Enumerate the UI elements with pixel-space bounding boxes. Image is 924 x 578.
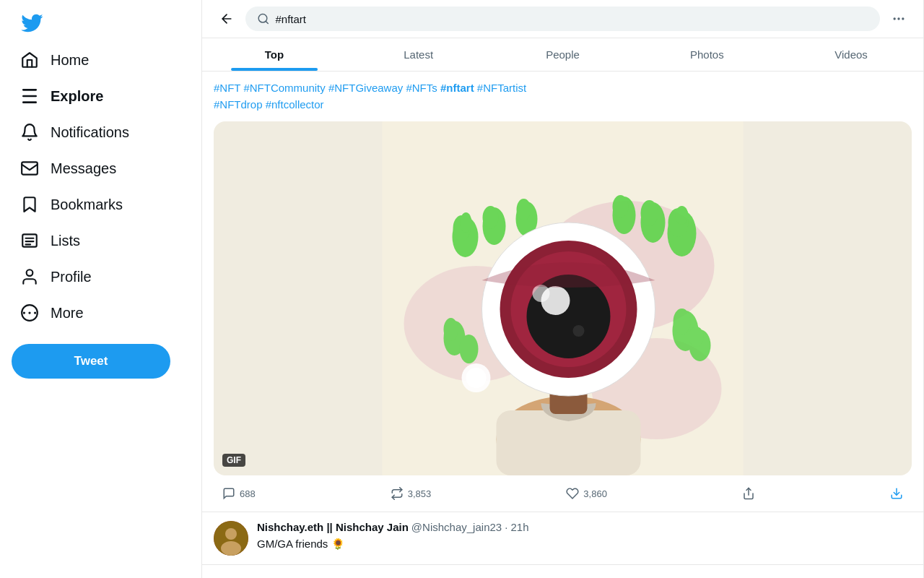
tweet-card-1: #NFT #NFTCommunity #NFTGiveaway #NFTs #n… [202,72,923,512]
search-bar[interactable] [245,7,880,31]
download-button[interactable] [884,484,909,503]
svg-point-26 [483,206,499,229]
tab-people[interactable]: People [491,38,635,71]
more-label: More [51,305,84,322]
more-options-button[interactable] [886,6,912,32]
svg-point-39 [689,327,704,347]
svg-point-44 [466,368,487,388]
tweet-meta: Nishchay.eth || Nishchay Jain @Nishchay_… [257,521,912,533]
svg-point-53 [533,285,550,302]
sidebar-item-bookmarks[interactable]: Bookmarks [12,188,190,221]
retweet-icon [391,487,404,500]
svg-point-8 [27,269,33,276]
share-button[interactable] [736,484,761,503]
notifications-label: Notifications [51,124,129,141]
svg-point-17 [902,17,904,20]
svg-point-42 [460,335,479,363]
sidebar-item-messages[interactable]: Messages [12,152,190,185]
sidebar-item-explore[interactable]: Explore [12,79,190,113]
like-button[interactable]: 3,860 [560,484,613,503]
comment-icon [222,487,235,500]
nft-art-svg [214,121,912,475]
lists-label: Lists [51,233,80,249]
profile-label: Profile [51,269,92,285]
tweet-author: Nishchay.eth || Nishchay Jain [257,521,409,533]
retweet-button[interactable]: 3,853 [385,484,437,503]
tweet-hashtags: #NFT #NFTCommunity #NFTGiveaway #NFTs #n… [214,80,912,113]
avatar[interactable] [214,521,248,556]
svg-point-37 [674,309,691,335]
tab-top[interactable]: Top [202,38,346,71]
tab-videos[interactable]: Videos [779,38,923,71]
svg-point-41 [444,318,458,341]
svg-point-15 [894,17,896,20]
svg-point-11 [34,311,36,314]
svg-point-58 [225,528,237,540]
more-dots-icon [892,12,906,26]
home-icon [20,51,39,69]
tweet-handle: @Nishchay_jain23 [411,521,502,533]
share-icon [742,487,755,500]
more-icon [20,303,39,322]
sidebar-item-more[interactable]: More [12,296,190,329]
search-header [202,0,923,38]
sidebar: Home Explore Notifications [0,0,202,578]
twitter-bird-icon [20,12,43,35]
comment-button[interactable]: 688 [217,484,261,503]
search-input[interactable] [275,13,868,25]
messages-icon [20,159,39,178]
heart-icon [566,487,579,500]
twitter-logo[interactable] [12,6,190,40]
search-tabs: Top Latest People Photos Videos [202,38,923,72]
svg-point-28 [517,199,531,220]
tweet-content: Nishchay.eth || Nishchay Jain @Nishchay_… [257,521,912,556]
sidebar-item-home[interactable]: Home [12,43,190,77]
search-icon [257,12,269,25]
tweet-button[interactable]: Tweet [12,344,170,379]
tweet-time: · 21h [505,521,528,533]
bell-icon [20,123,39,142]
svg-point-35 [676,206,689,225]
svg-point-59 [221,541,241,556]
sidebar-item-lists[interactable]: Lists [12,224,190,257]
tab-latest[interactable]: Latest [346,38,491,71]
svg-line-14 [266,21,268,23]
explore-icon [20,87,39,105]
tweet-text: GM/GA friends 🌻 [257,536,912,551]
avatar-image [214,521,248,556]
gif-badge: GIF [222,454,245,467]
tweet-card-2: Nishchay.eth || Nishchay Jain @Nishchay_… [202,512,923,565]
home-label: Home [51,52,89,69]
svg-point-10 [28,311,30,314]
explore-label: Explore [51,88,103,105]
svg-rect-3 [22,162,38,174]
svg-point-32 [641,200,658,226]
bookmark-icon [20,195,39,214]
tweet-image: GIF [214,121,912,475]
back-button[interactable] [214,6,240,32]
bookmarks-label: Bookmarks [51,197,123,213]
sidebar-item-notifications[interactable]: Notifications [12,116,190,149]
download-icon [890,487,903,500]
sidebar-nav: Home Explore Notifications [12,43,190,332]
profile-icon [20,267,39,286]
tweet-feed: #NFT #NFTCommunity #NFTGiveaway #NFTs #n… [202,72,923,578]
messages-label: Messages [51,160,116,177]
svg-point-24 [461,212,472,233]
svg-point-16 [897,17,899,20]
lists-icon [20,231,39,250]
tab-photos[interactable]: Photos [635,38,779,71]
svg-point-9 [23,311,25,314]
sidebar-item-profile[interactable]: Profile [12,260,190,293]
back-arrow-icon [219,12,234,26]
main-content: Top Latest People Photos Videos #NFT #NF… [202,0,924,578]
tweet-actions: 688 3,853 3,860 [214,484,912,503]
svg-point-30 [613,195,629,218]
svg-point-54 [573,325,585,337]
